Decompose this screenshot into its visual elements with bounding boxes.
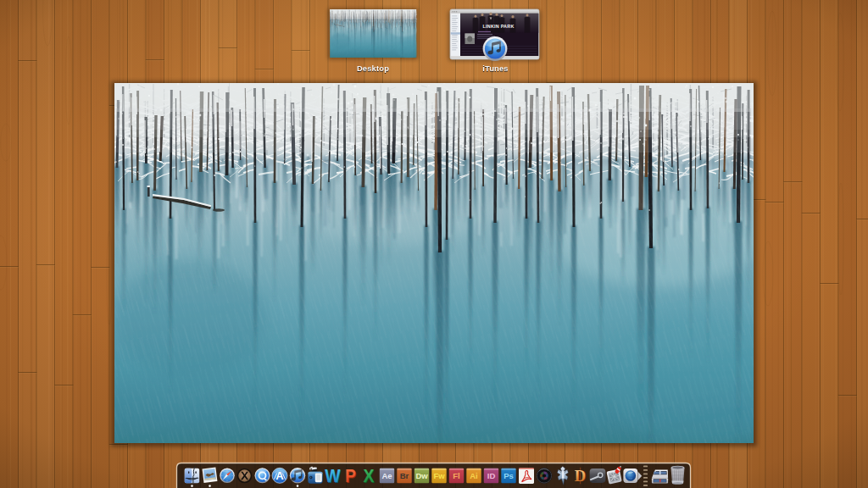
svg-text:LINKIN PARK: LINKIN PARK: [482, 24, 514, 29]
svg-text:Ai: Ai: [470, 471, 478, 480]
svg-text:W: W: [325, 465, 341, 485]
svg-text:Br: Br: [400, 471, 409, 480]
svg-text:Ae: Ae: [381, 471, 392, 480]
svg-text:ID: ID: [487, 471, 496, 480]
svg-text:Fl: Fl: [453, 471, 459, 480]
svg-text:Dw: Dw: [415, 471, 428, 480]
svg-text:X: X: [364, 465, 375, 485]
svg-text:Fw: Fw: [433, 471, 445, 480]
svg-text:Ps: Ps: [504, 471, 514, 480]
svg-text:Desktop: Desktop: [357, 64, 389, 73]
svg-text:iTunes: iTunes: [482, 64, 508, 73]
svg-text:P: P: [345, 465, 356, 485]
svg-text:D: D: [575, 468, 586, 485]
